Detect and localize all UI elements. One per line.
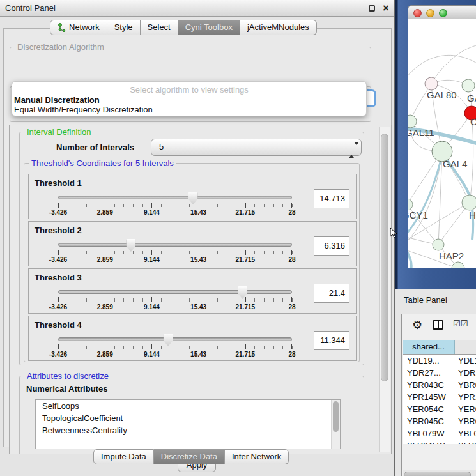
tab-discretize-data-label: Discretize Data: [161, 450, 217, 464]
slider-tick-labels: -3.4262.8599.14415.4321.71528: [58, 303, 292, 311]
table-cell-name[interactable]: YDR2: [455, 367, 476, 379]
slider-major-ticks: [58, 203, 292, 208]
algorithm-hint-text: Select algorithm to view settings: [12, 85, 366, 95]
node-top-right[interactable]: [462, 79, 475, 92]
table-cell-name[interactable]: YPR1: [455, 391, 476, 403]
list-scrollbar[interactable]: [331, 400, 340, 449]
major-tick: [245, 344, 246, 349]
number-of-intervals-combo[interactable]: 5: [151, 139, 362, 156]
thresholds-group: Threshold's Coordinates for 5 Intervals …: [24, 163, 360, 362]
table-cell-name[interactable]: YDL1: [455, 355, 476, 367]
tab-jactivemnodules[interactable]: jActiveMNodules: [240, 20, 317, 35]
threshold-2-value-field[interactable]: 6.316: [314, 236, 349, 256]
table-row[interactable]: YBR045CYBR0: [403, 415, 476, 427]
table-row[interactable]: YPR145WYPR1: [403, 391, 476, 403]
tab-select[interactable]: Select: [141, 20, 178, 35]
network-window-titlebar[interactable]: [408, 5, 476, 19]
node-label-gal11: GAL11: [408, 127, 434, 138]
tab-discretize-data[interactable]: Discretize Data: [154, 449, 225, 464]
number-of-intervals-label: Number of Intervals: [56, 142, 134, 152]
threshold-2-slider[interactable]: -3.4262.8599.14415.4321.71528: [58, 243, 292, 247]
tick-label: 15.43: [190, 209, 206, 216]
attribute-list-item[interactable]: BetweennessCentrality: [36, 424, 340, 436]
close-traffic-light-icon[interactable]: [413, 9, 422, 17]
threshold-1-value-field[interactable]: 14.713: [314, 189, 349, 208]
slider-track[interactable]: [58, 337, 292, 341]
table-row[interactable]: YER054CYER0: [403, 403, 476, 415]
threshold-3-value-field[interactable]: 21.4: [314, 284, 349, 303]
algorithm-option-manual[interactable]: Manual Discretization: [14, 95, 100, 105]
node-right[interactable]: [462, 195, 476, 210]
settings-scrollbar[interactable]: [379, 127, 390, 452]
zoom-traffic-light-icon[interactable]: [439, 9, 447, 17]
table-hscrollbar-thumb[interactable]: [404, 472, 471, 476]
numerical-attributes-list[interactable]: SelfLoopsTopologicalCoefficientBetweenne…: [35, 399, 341, 449]
threshold-3-slider[interactable]: -3.4262.8599.14415.4321.71528: [58, 290, 292, 294]
table-cell-shared-name[interactable]: YDR27...: [403, 367, 455, 379]
slider-tick-labels: -3.4262.8599.14415.4321.71528: [58, 256, 292, 264]
table-cell-shared-name[interactable]: YER054C: [403, 403, 455, 415]
column-header-name[interactable]: n: [455, 340, 476, 354]
mouse-cursor: [390, 227, 397, 239]
threshold-4-value-field[interactable]: 11.344: [314, 331, 349, 350]
slider-track[interactable]: [58, 243, 292, 247]
tick-label: 28: [288, 303, 295, 311]
table-cell-shared-name[interactable]: YPR145W: [403, 391, 455, 403]
tab-network[interactable]: Network: [50, 20, 107, 35]
table-cell-name[interactable]: YBR0: [455, 379, 476, 391]
threshold-2-row: Threshold 2 -3.4262.8599.14415.4321.7152…: [28, 221, 357, 266]
combo-stepper-icon[interactable]: [349, 142, 355, 158]
table-header-row: shared... n: [403, 340, 476, 355]
network-canvas[interactable]: GAL80 GA C GAL11 GAL4 GCY1 H HAP2: [408, 19, 476, 268]
table-cell-name[interactable]: YBR0: [455, 415, 476, 427]
tick-label: 21.715: [236, 209, 256, 216]
table-cell-shared-name[interactable]: YDL19...: [403, 355, 455, 367]
list-scrollbar-thumb[interactable]: [333, 401, 339, 432]
node-label-cut-c: C: [470, 116, 476, 127]
tick-label: -3.426: [49, 256, 67, 263]
float-panel-icon[interactable]: [369, 5, 375, 12]
tab-cyni-toolbox[interactable]: Cyni Toolbox: [178, 20, 240, 35]
table-hscrollbar[interactable]: [403, 470, 476, 476]
table-panel-window: Table Panel ⚙ ☑☑ shared... n YDL19...YDL…: [395, 289, 476, 476]
table-cell-shared-name[interactable]: YBR043C: [403, 379, 455, 391]
settings-scrollbar-thumb[interactable]: [381, 134, 388, 381]
column-header-shared-name[interactable]: shared...: [403, 340, 455, 354]
node-hap2[interactable]: [433, 239, 444, 250]
slider-track[interactable]: [58, 290, 292, 294]
checkbox-checked-icons[interactable]: ☑☑: [453, 319, 468, 328]
split-columns-icon[interactable]: [433, 320, 443, 330]
tick-label: 28: [288, 351, 295, 358]
slider-track[interactable]: [58, 196, 292, 199]
table-cell-shared-name[interactable]: YLR345W: [403, 440, 455, 444]
screen: Control Panel × Network Style Select Cyn…: [0, 0, 476, 476]
network-icon: [58, 23, 66, 32]
algorithm-option-equal-width[interactable]: Equal Width/Frequency Discretization: [14, 105, 153, 114]
close-panel-icon[interactable]: ×: [383, 1, 389, 16]
minimize-traffic-light-icon[interactable]: [426, 9, 434, 17]
node-gal80[interactable]: [425, 77, 438, 90]
threshold-1-slider[interactable]: -3.4262.8599.14415.4321.71528: [58, 196, 292, 199]
table-cell-shared-name[interactable]: YBL079W: [403, 427, 455, 440]
threshold-4-slider[interactable]: -3.4262.8599.14415.4321.71528: [58, 337, 292, 341]
table-row[interactable]: YBR043CYBR0: [403, 379, 476, 391]
gear-icon[interactable]: ⚙: [412, 318, 422, 332]
table-row[interactable]: YBL079WYBL0: [403, 427, 476, 440]
tab-style[interactable]: Style: [107, 20, 141, 35]
table-cell-name[interactable]: YER0: [455, 403, 476, 415]
table-cell-name[interactable]: YLR3: [455, 440, 476, 444]
attribute-list-item[interactable]: SelfLoops: [36, 400, 340, 412]
slider-tick-labels: -3.4262.8599.14415.4321.71528: [58, 351, 292, 358]
table-row[interactable]: YDR27...YDR2: [403, 367, 476, 379]
table-row[interactable]: YLR345WYLR3: [403, 440, 476, 444]
major-tick: [105, 344, 105, 349]
tab-impute-data[interactable]: Impute Data: [93, 449, 154, 464]
tab-infer-network[interactable]: Infer Network: [225, 449, 289, 464]
control-panel-titlebar: Control Panel ×: [0, 0, 394, 17]
node-gcy1[interactable]: [408, 199, 413, 210]
table-cell-name[interactable]: YBL0: [455, 427, 476, 440]
table-row[interactable]: YDL19...YDL1: [403, 355, 476, 367]
attribute-list-item[interactable]: TopologicalCoefficient: [36, 412, 340, 424]
tick-label: 9.144: [144, 351, 160, 358]
table-cell-shared-name[interactable]: YBR045C: [403, 415, 455, 427]
